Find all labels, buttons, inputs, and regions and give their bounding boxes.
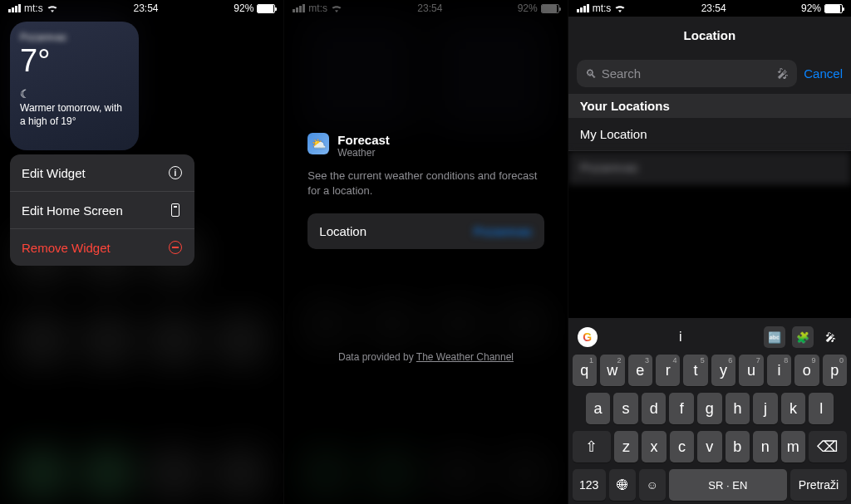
shift-key[interactable]: ⇧	[573, 431, 611, 462]
my-location-item[interactable]: My Location	[568, 118, 851, 151]
moon-icon: ☾	[20, 87, 129, 100]
your-locations-header: Your Locations	[568, 94, 851, 118]
forecast-description: See the current weather conditions and f…	[307, 169, 544, 198]
weather-widget[interactable]: Pozarevac 7° ☾ Warmer tomorrow, with a h…	[10, 22, 139, 150]
battery-icon	[824, 4, 843, 13]
location-label: Location	[319, 224, 366, 238]
edit-home-screen-menu-item[interactable]: Edit Home Screen	[10, 192, 194, 229]
menu-label: Edit Widget	[22, 166, 86, 180]
nav-title: Location	[684, 28, 736, 42]
key-y[interactable]: y6	[711, 355, 735, 386]
globe-key[interactable]: 🌐︎	[609, 469, 636, 501]
search-row: 🔍︎ 🎤︎ Cancel	[568, 53, 851, 94]
nav-bar: Location	[568, 17, 851, 53]
key-c[interactable]: c	[670, 431, 694, 462]
key-p[interactable]: p0	[823, 355, 847, 386]
voice-icon[interactable]: 🎤︎	[820, 326, 842, 348]
forecast-config-panel: ⛅ Forecast Weather See the current weath…	[284, 133, 567, 249]
suggestion-text[interactable]: i	[604, 330, 757, 345]
info-icon: i	[169, 166, 182, 179]
backspace-key[interactable]: ⌫	[809, 431, 847, 462]
key-r[interactable]: r4	[656, 355, 680, 386]
key-t[interactable]: t5	[683, 355, 707, 386]
panel-widget-context-menu: mt:s 23:54 92% Pozarevac 7° ☾ Warmer tom…	[0, 0, 283, 504]
keyboard-row-bottom: 123 🌐︎ ☺ SR · EN Pretraži	[571, 469, 849, 501]
battery-percent: 92%	[801, 2, 821, 14]
keyboard-row-3: ⇧ zxcvbnm ⌫	[571, 431, 849, 462]
time-label: 23:54	[701, 2, 726, 14]
location-row[interactable]: Location Pozarevac	[307, 213, 544, 249]
weather-app-icon: ⛅	[307, 133, 329, 154]
key-f[interactable]: f	[669, 393, 694, 424]
remove-widget-menu-item[interactable]: Remove Widget	[10, 229, 194, 266]
sticker-icon[interactable]: 🧩	[792, 326, 814, 348]
key-x[interactable]: x	[642, 431, 666, 462]
forecast-title: Forecast	[337, 133, 390, 147]
key-q[interactable]: q1	[573, 355, 597, 386]
widget-location: Pozarevac	[20, 32, 129, 43]
edit-widget-menu-item[interactable]: Edit Widget i	[10, 154, 194, 192]
key-i[interactable]: i8	[767, 355, 791, 386]
key-b[interactable]: b	[726, 431, 750, 462]
weather-channel-link[interactable]: The Weather Channel	[416, 351, 514, 363]
key-z[interactable]: z	[614, 431, 638, 462]
key-k[interactable]: k	[781, 393, 806, 424]
status-bar: mt:s 23:54 92%	[568, 0, 851, 17]
key-g[interactable]: g	[697, 393, 722, 424]
key-a[interactable]: a	[586, 393, 611, 424]
widget-context-menu: Edit Widget i Edit Home Screen Remove Wi…	[10, 154, 194, 266]
mic-icon[interactable]: 🎤︎	[777, 67, 789, 81]
key-n[interactable]: n	[753, 431, 777, 462]
key-w[interactable]: w2	[600, 355, 624, 386]
search-field[interactable]: 🔍︎ 🎤︎	[577, 60, 798, 87]
search-icon: 🔍︎	[585, 67, 597, 81]
panel-location-search: mt:s 23:54 92% Location 🔍︎ 🎤︎ Cancel You…	[568, 0, 851, 504]
menu-label: Edit Home Screen	[22, 203, 123, 218]
menu-label: Remove Widget	[22, 241, 111, 255]
carrier-label: mt:s	[593, 2, 612, 14]
location-value: Pozarevac	[474, 224, 533, 238]
wifi-icon	[614, 4, 626, 12]
translate-icon[interactable]: 🔤	[764, 326, 785, 348]
search-input[interactable]	[602, 66, 773, 81]
key-d[interactable]: d	[642, 393, 667, 424]
google-icon[interactable]: G	[578, 327, 598, 347]
space-key[interactable]: SR · EN	[669, 469, 787, 501]
key-j[interactable]: j	[753, 393, 778, 424]
suggestion-row: G i 🔤 🧩 🎤︎	[571, 323, 849, 355]
keyboard-row-1: q1w2e3r4t5y6u7i8o9p0	[571, 355, 849, 386]
panel-forecast-edit: mt:s 23:54 92% ⛅ Forecast Weather See th…	[283, 0, 567, 504]
forecast-subtitle: Weather	[337, 147, 390, 159]
key-v[interactable]: v	[697, 431, 721, 462]
widget-temperature: 7°	[20, 43, 129, 79]
emoji-key[interactable]: ☺	[639, 469, 666, 501]
keyboard-row-2: asdfghjkl	[571, 393, 849, 424]
keyboard: G i 🔤 🧩 🎤︎ q1w2e3r4t5y6u7i8o9p0 asdfghjk…	[568, 318, 851, 504]
numbers-key[interactable]: 123	[573, 469, 606, 501]
key-u[interactable]: u7	[739, 355, 763, 386]
key-m[interactable]: m	[781, 431, 805, 462]
remove-icon	[169, 241, 182, 254]
location-item-blurred[interactable]: Pozarevac	[568, 151, 851, 184]
cancel-button[interactable]: Cancel	[804, 66, 843, 81]
signal-icon	[577, 4, 589, 12]
key-l[interactable]: l	[809, 393, 834, 424]
apps-icon	[171, 203, 180, 217]
key-s[interactable]: s	[613, 393, 638, 424]
key-o[interactable]: o9	[794, 355, 819, 386]
search-key[interactable]: Pretraži	[790, 469, 847, 501]
data-attribution: Data provided by The Weather Channel	[284, 351, 567, 363]
widget-description: Warmer tomorrow, with a high of 19°	[20, 102, 129, 128]
key-e[interactable]: e3	[628, 355, 652, 386]
key-h[interactable]: h	[726, 393, 750, 424]
dim-overlay[interactable]	[284, 0, 567, 504]
